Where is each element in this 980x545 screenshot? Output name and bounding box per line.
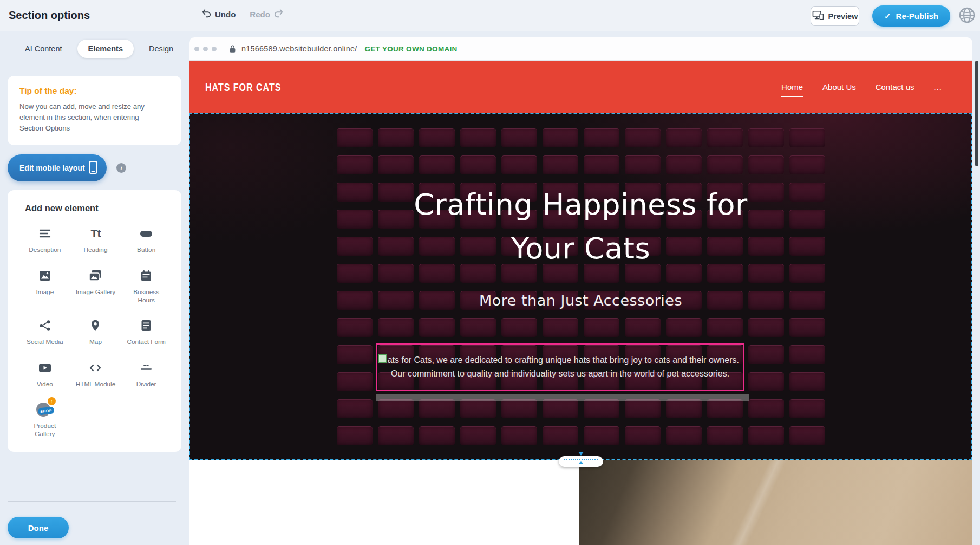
drag-ghost-bar xyxy=(376,394,749,401)
hero-tile xyxy=(748,399,784,418)
element-button[interactable]: Button xyxy=(122,224,171,254)
hero-tile xyxy=(460,399,496,418)
nav-more-button[interactable]: ... xyxy=(933,82,942,92)
site-logo[interactable]: HATS FOR CATS xyxy=(205,81,281,93)
element-divider[interactable]: Divider xyxy=(122,359,171,388)
hero-tile xyxy=(584,426,619,445)
phone-icon xyxy=(88,160,98,176)
hero-section[interactable]: Crafting Happiness for Your Cats More th… xyxy=(189,113,972,460)
element-image[interactable]: Image xyxy=(21,267,69,305)
info-icon[interactable]: i xyxy=(116,163,126,173)
tab-ai-content[interactable]: AI Content xyxy=(14,40,73,58)
shop-badge: SHOP xyxy=(37,406,54,415)
element-label: Video xyxy=(37,380,53,388)
business-hours-icon xyxy=(140,267,153,285)
page-title: Section options xyxy=(9,9,90,22)
hero-tile xyxy=(789,345,825,364)
get-domain-link[interactable]: GET YOUR OWN DOMAIN xyxy=(364,45,457,53)
hero-tile xyxy=(378,128,414,147)
element-business-hours[interactable]: Business Hours xyxy=(122,267,171,305)
element-image-gallery[interactable]: Image Gallery xyxy=(71,267,120,305)
tip-body: Now you can add, move and resize any ele… xyxy=(19,101,163,133)
hero-tile xyxy=(584,399,619,418)
hero-tile xyxy=(378,155,414,174)
element-label: Product Gallery xyxy=(23,422,67,439)
element-product-gallery[interactable]: ↑ SHOP Product Gallery xyxy=(21,400,69,439)
nav-about-us[interactable]: About Us xyxy=(822,82,856,92)
element-map[interactable]: Map xyxy=(71,316,120,346)
hero-tile xyxy=(666,426,702,445)
republish-label: Re-Publish xyxy=(896,11,938,21)
site-header[interactable]: HATS FOR CATS Home About Us Contact us .… xyxy=(189,61,972,113)
hero-tile xyxy=(337,426,373,445)
site-url: n1566589.websitebuilder.online/ xyxy=(241,44,357,53)
hero-tile xyxy=(789,318,825,337)
upgrade-badge-icon: ↑ xyxy=(48,397,56,405)
nav-contact-us[interactable]: Contact us xyxy=(876,82,914,92)
tab-design[interactable]: Design xyxy=(138,40,184,58)
sidebar-tabs: AI Content Elements Design xyxy=(14,40,189,58)
element-label: Image xyxy=(36,288,54,296)
element-label: Contact Form xyxy=(127,338,165,346)
tab-elements[interactable]: Elements xyxy=(77,40,134,58)
hero-tile xyxy=(707,155,743,174)
resize-pill xyxy=(559,456,603,467)
hero-tile xyxy=(337,372,373,391)
language-globe-button[interactable] xyxy=(957,5,977,26)
hero-subheading[interactable]: More than Just Accessories xyxy=(189,292,972,309)
next-section[interactable] xyxy=(189,460,972,545)
element-social-media[interactable]: Social Media xyxy=(21,316,69,346)
republish-button[interactable]: ✓ Re-Publish xyxy=(872,5,950,27)
preview-button[interactable]: Preview xyxy=(811,6,859,26)
hero-tile xyxy=(666,155,702,174)
element-video[interactable]: Video xyxy=(21,359,69,388)
redo-button[interactable]: Redo xyxy=(250,9,284,20)
video-icon xyxy=(38,359,52,377)
nav-home[interactable]: Home xyxy=(781,82,803,92)
hero-tile xyxy=(707,399,743,418)
element-html-module[interactable]: HTML Module xyxy=(71,359,120,388)
site-nav: Home About Us Contact us ... xyxy=(781,82,942,92)
hero-tile xyxy=(748,318,784,337)
hero-tile xyxy=(543,128,578,147)
resize-dotted-line xyxy=(564,459,598,460)
hero-heading-line2: Your Cats xyxy=(189,226,972,270)
hero-heading[interactable]: Crafting Happiness for Your Cats xyxy=(189,183,972,270)
hero-tile xyxy=(666,128,702,147)
image-gallery-icon xyxy=(88,267,102,285)
hero-tile xyxy=(419,426,455,445)
redo-label: Redo xyxy=(250,10,270,19)
element-heading[interactable]: Tt Heading xyxy=(71,224,120,254)
browser-bar: n1566589.websitebuilder.online/ GET YOUR… xyxy=(189,37,972,61)
undo-icon xyxy=(201,9,211,20)
element-label: Image Gallery xyxy=(76,288,115,296)
hero-tile xyxy=(337,399,373,418)
hero-tile xyxy=(584,128,619,147)
heading-icon: Tt xyxy=(91,224,101,243)
hero-heading-line1: Crafting Happiness for xyxy=(189,183,972,226)
hero-tile xyxy=(584,155,619,174)
hero-tile xyxy=(378,426,414,445)
paragraph-element-selected[interactable]: Hats for Cats, we are dedicated to craft… xyxy=(376,343,744,391)
section-resize-handle[interactable] xyxy=(559,452,603,467)
arrow-down-icon xyxy=(578,452,584,456)
edit-mobile-layout-button[interactable]: Edit mobile layout xyxy=(8,154,107,181)
hero-tile xyxy=(707,318,743,337)
hero-tile xyxy=(337,128,373,147)
scrollbar[interactable] xyxy=(975,61,978,166)
element-label: Business Hours xyxy=(125,288,168,305)
topbar: Section options Undo Redo Preview ✓ xyxy=(0,0,980,31)
element-label: Social Media xyxy=(27,338,63,346)
element-description[interactable]: Description xyxy=(21,224,69,254)
hero-tile xyxy=(666,318,702,337)
element-contact-form[interactable]: Contact Form xyxy=(122,316,171,346)
undo-button[interactable]: Undo xyxy=(201,9,236,20)
element-drag-handle[interactable] xyxy=(378,354,387,363)
arrow-up-icon xyxy=(578,461,584,464)
hero-tile xyxy=(337,318,373,337)
done-button[interactable]: Done xyxy=(8,517,69,538)
tip-of-the-day-card: Tip of the day: Now you can add, move an… xyxy=(8,76,181,145)
hero-tile xyxy=(748,345,784,364)
hero-tile xyxy=(625,128,661,147)
element-label: Button xyxy=(137,246,155,254)
